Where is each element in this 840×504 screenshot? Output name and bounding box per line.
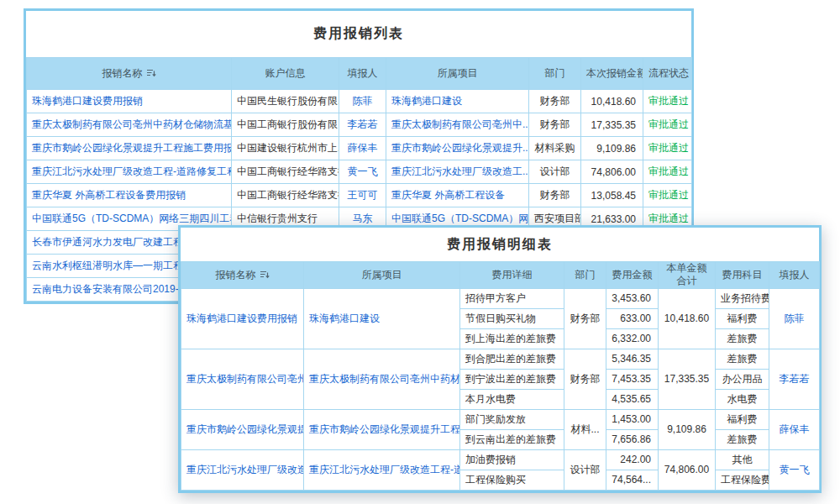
- detail-cell-category: 差旅费: [716, 429, 769, 449]
- detail-cell-amount: 7,656.86: [606, 429, 659, 449]
- detail-row: 重庆市鹅岭公园绿化景观提升工程施工重庆市鹅岭公园绿化景观提升工程施工部门奖励发放…: [181, 409, 820, 429]
- list-header-name[interactable]: 报销名称: [27, 58, 232, 90]
- list-cell-project[interactable]: 重庆江北污水处理厂级改造工...: [386, 160, 529, 184]
- detail-header-category[interactable]: 费用科目: [716, 262, 769, 289]
- detail-header-amount[interactable]: 费用金额: [606, 262, 659, 289]
- detail-cell-amount: 3,453.60: [606, 288, 659, 308]
- list-cell-dept: 财务部: [529, 113, 581, 137]
- detail-cell-name[interactable]: 重庆江北污水处理厂级改造工程-: [181, 449, 304, 490]
- list-cell-account: 中国建设银行杭州市上...: [232, 137, 339, 160]
- list-cell-name[interactable]: 重庆华夏 外高桥工程设备费用报销: [27, 184, 232, 207]
- detail-cell-category: 工程保险费: [716, 470, 769, 490]
- list-header-dept[interactable]: 部门: [529, 58, 581, 90]
- detail-cell-detail: 到宁波出差的差旅费: [460, 369, 564, 389]
- list-cell-filler[interactable]: 薛保丰: [339, 137, 386, 160]
- list-cell-name[interactable]: 重庆江北污水处理厂级改造工程-道路修复工程费用...: [27, 160, 232, 184]
- list-row: 重庆江北污水处理厂级改造工程-道路修复工程费用...中国工商银行经华路支行黄一飞…: [27, 160, 692, 184]
- list-cell-amount: 74,806.00: [581, 160, 643, 184]
- detail-cell-detail: 节假日购买礼物: [460, 308, 564, 328]
- detail-cell-amount: 1,453.00: [606, 409, 659, 429]
- detail-cell-detail: 本月水电费: [460, 389, 564, 409]
- list-cell-name[interactable]: 重庆太极制药有限公司亳州中药材仓储物流基地项...: [27, 113, 232, 137]
- detail-cell-project[interactable]: 重庆太极制药有限公司亳州中药材仓储物流基地: [304, 349, 460, 409]
- list-cell-project[interactable]: 珠海鹤港口建设: [386, 90, 529, 113]
- list-cell-project[interactable]: 重庆华夏 外高桥工程设备: [386, 184, 529, 207]
- list-cell-amount: 9,109.86: [581, 137, 643, 160]
- column-label: 本单金额合计: [667, 262, 707, 286]
- detail-cell-detail: 到云南出差的差旅费: [460, 429, 564, 449]
- list-cell-account: 中国民生银行股份有限...: [232, 90, 339, 113]
- list-cell-amount: 10,418.60: [581, 90, 643, 113]
- detail-row: 重庆江北污水处理厂级改造工程-重庆江北污水处理厂级改造工程-道路修复工加油费报销…: [181, 449, 820, 470]
- detail-cell-amount: 242.00: [606, 449, 659, 470]
- detail-cell-name[interactable]: 重庆太极制药有限公司亳州中药材: [181, 349, 304, 409]
- detail-cell-amount: 633.00: [606, 308, 659, 328]
- list-cell-name[interactable]: 重庆市鹅岭公园绿化景观提升工程施工费用报销: [27, 137, 232, 160]
- detail-cell-amount: 5,346.35: [606, 349, 659, 369]
- detail-cell-detail: 加油费报销: [460, 449, 564, 470]
- detail-cell-project[interactable]: 重庆江北污水处理厂级改造工程-道路修复工: [304, 449, 460, 490]
- list-header-filler[interactable]: 填报人: [339, 58, 386, 90]
- detail-header-filler[interactable]: 填报人: [769, 262, 820, 289]
- list-header-amount[interactable]: 本次报销金额: [581, 58, 643, 90]
- detail-cell-filler[interactable]: 薛保丰: [769, 409, 820, 449]
- sort-icon[interactable]: [260, 270, 270, 280]
- detail-cell-category: 办公用品: [716, 369, 769, 389]
- detail-header-detail[interactable]: 费用详细: [460, 262, 564, 289]
- list-cell-filler[interactable]: 王可可: [339, 184, 386, 207]
- list-cell-dept: 财务部: [529, 184, 581, 207]
- detail-cell-total: 10,418.60: [659, 288, 716, 349]
- list-header-project[interactable]: 所属项目: [386, 58, 529, 90]
- list-cell-amount: 17,335.35: [581, 113, 643, 137]
- detail-header-total[interactable]: 本单金额合计: [659, 262, 716, 289]
- detail-cell-name[interactable]: 珠海鹤港口建设费用报销: [181, 288, 304, 349]
- list-cell-filler[interactable]: 陈菲: [339, 90, 386, 113]
- list-cell-status: 审批通过: [643, 137, 692, 160]
- list-header-status[interactable]: 流程状态: [643, 58, 692, 90]
- detail-cell-detail: 工程保险购买: [460, 470, 564, 490]
- detail-cell-project[interactable]: 珠海鹤港口建设: [304, 288, 460, 349]
- detail-cell-project[interactable]: 重庆市鹅岭公园绿化景观提升工程施工: [304, 409, 460, 449]
- list-cell-project[interactable]: 重庆太极制药有限公司亳州中...: [386, 113, 529, 137]
- column-label: 部门: [575, 269, 596, 281]
- detail-cell-category: 水电费: [716, 389, 769, 409]
- list-table-title: 费用报销列表: [26, 11, 691, 57]
- list-cell-filler[interactable]: 黄一飞: [339, 160, 386, 184]
- column-label: 本次报销金额: [586, 67, 643, 79]
- detail-cell-detail: 到合肥出差的差旅费: [460, 349, 564, 369]
- list-cell-dept: 财务部: [529, 90, 581, 113]
- detail-cell-filler[interactable]: 黄一飞: [769, 449, 820, 490]
- column-label: 所属项目: [438, 67, 478, 79]
- list-row: 重庆太极制药有限公司亳州中药材仓储物流基地项...中国工商银行股份有限李若若重庆…: [27, 113, 692, 137]
- detail-cell-filler[interactable]: 李若若: [769, 349, 820, 409]
- list-cell-project[interactable]: 重庆市鹅岭公园绿化景观提升...: [386, 137, 529, 160]
- detail-cell-amount: 7,453.35: [606, 369, 659, 389]
- list-cell-status: 审批通过: [643, 113, 692, 137]
- detail-cell-category: 差旅费: [716, 328, 769, 349]
- detail-row: 珠海鹤港口建设费用报销珠海鹤港口建设招待甲方客户财务部3,453.6010,41…: [181, 288, 820, 308]
- column-label: 报销名称: [216, 269, 256, 281]
- detail-cell-filler[interactable]: 陈菲: [769, 288, 820, 349]
- detail-header-project[interactable]: 所属项目: [304, 262, 460, 289]
- list-header-account[interactable]: 账户信息: [232, 58, 339, 90]
- detail-header-name[interactable]: 报销名称: [181, 262, 304, 289]
- sort-icon[interactable]: [146, 68, 156, 78]
- list-cell-amount: 13,058.45: [581, 184, 643, 207]
- list-row: 珠海鹤港口建设费用报销中国民生银行股份有限...陈菲珠海鹤港口建设财务部10,4…: [27, 90, 692, 113]
- expense-detail-table: 报销名称所属项目费用详细部门费用金额本单金额合计费用科目填报人 珠海鹤港口建设费…: [181, 261, 820, 491]
- column-label: 所属项目: [362, 269, 402, 281]
- detail-header-dept[interactable]: 部门: [564, 262, 606, 289]
- list-cell-name[interactable]: 珠海鹤港口建设费用报销: [27, 90, 232, 113]
- list-cell-account: 中国工商银行经华路支行: [232, 184, 339, 207]
- column-label: 费用详细: [492, 269, 533, 281]
- column-label: 流程状态: [648, 67, 689, 79]
- list-cell-filler[interactable]: 李若若: [339, 113, 386, 137]
- list-cell-account: 中国工商银行经华路支行: [232, 160, 339, 184]
- list-cell-status: 审批通过: [643, 160, 692, 184]
- expense-detail-panel: 费用报销明细表 报销名称所属项目费用详细部门费用金额本单金额合计费用科目填报人 …: [178, 225, 822, 493]
- detail-cell-category: 福利费: [716, 409, 769, 429]
- detail-cell-detail: 招待甲方客户: [460, 288, 564, 308]
- detail-cell-name[interactable]: 重庆市鹅岭公园绿化景观提升工程施工: [181, 409, 304, 449]
- detail-cell-detail: 到上海出差的差旅费: [460, 328, 564, 349]
- list-row: 重庆市鹅岭公园绿化景观提升工程施工费用报销中国建设银行杭州市上...薛保丰重庆市…: [27, 137, 692, 160]
